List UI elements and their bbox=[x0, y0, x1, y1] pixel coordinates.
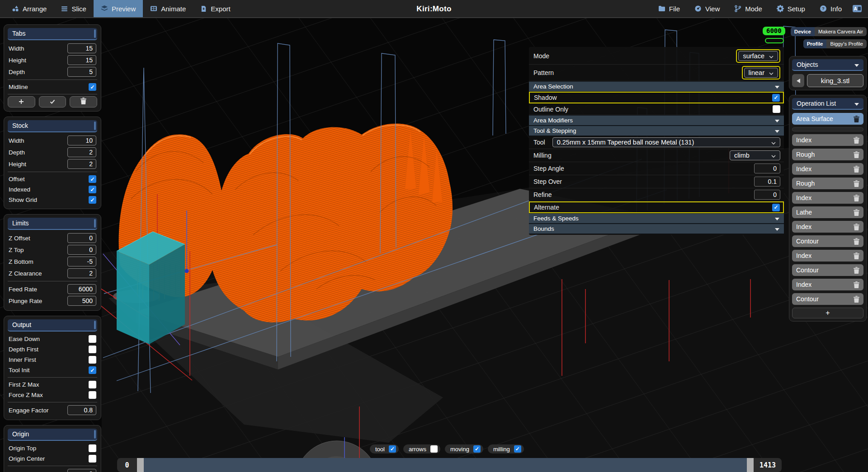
step-angle-input[interactable] bbox=[754, 164, 780, 173]
tool-init-checkbox[interactable]: ✓ bbox=[89, 366, 96, 374]
tab-export[interactable]: Export bbox=[193, 0, 237, 17]
tool-checkbox[interactable]: ✓ bbox=[389, 445, 396, 453]
operation-item-contour[interactable]: Contour bbox=[792, 293, 863, 305]
menu-setup[interactable]: Setup bbox=[769, 5, 812, 13]
z-clearance-input[interactable] bbox=[67, 268, 96, 278]
group-header-limits[interactable]: Limits bbox=[8, 218, 97, 230]
confirm-tabs-button[interactable] bbox=[39, 96, 66, 107]
operation-item-contour[interactable]: Contour bbox=[792, 264, 863, 276]
group-header-stock[interactable]: Stock bbox=[8, 120, 97, 132]
trash-icon[interactable] bbox=[854, 281, 859, 288]
translate-icon[interactable]: A bbox=[849, 5, 865, 12]
trash-icon[interactable] bbox=[854, 224, 859, 230]
row-offset: Offset✓ bbox=[8, 174, 97, 184]
menu-mode[interactable]: Mode bbox=[727, 5, 769, 13]
tab-arrange[interactable]: Arrange bbox=[5, 0, 54, 17]
add-operation-button[interactable]: + bbox=[792, 308, 863, 318]
timeline-left-handle[interactable] bbox=[137, 458, 144, 472]
tool-select[interactable]: 0.25mm x 15mm Tapered ball nose Metal (1… bbox=[552, 137, 780, 147]
group-header-output[interactable]: Output bbox=[8, 319, 97, 332]
menu-view[interactable]: View bbox=[687, 5, 727, 13]
outline-only-checkbox[interactable] bbox=[773, 105, 780, 113]
section-bounds[interactable]: Bounds bbox=[529, 224, 784, 234]
z-bottom-input[interactable] bbox=[67, 257, 96, 266]
add-tab-button[interactable] bbox=[8, 96, 35, 107]
trash-icon[interactable] bbox=[854, 180, 859, 187]
show-grid-checkbox[interactable]: ✓ bbox=[89, 196, 96, 204]
plunge-rate-input[interactable] bbox=[67, 296, 96, 306]
tab-preview[interactable]: Preview bbox=[94, 0, 143, 17]
mode-select[interactable]: surface bbox=[738, 51, 778, 61]
depth-input[interactable] bbox=[67, 67, 96, 77]
moving-checkbox[interactable]: ✓ bbox=[473, 445, 481, 453]
section-feeds-speeds[interactable]: Feeds & Speeds bbox=[529, 213, 784, 224]
engage-factor-input[interactable] bbox=[67, 405, 96, 415]
z-top-input[interactable] bbox=[67, 245, 96, 255]
group-header-origin[interactable]: Origin bbox=[8, 429, 97, 441]
group-limits: LimitsZ OffsetZ TopZ BottomZ ClearanceFe… bbox=[4, 214, 101, 311]
operation-item-index[interactable]: Index bbox=[792, 250, 863, 262]
alternate-checkbox[interactable]: ✓ bbox=[772, 204, 780, 211]
height-input[interactable] bbox=[67, 159, 96, 169]
shadow-checkbox[interactable]: ✓ bbox=[772, 94, 780, 102]
trash-icon[interactable] bbox=[854, 252, 859, 259]
offset-x-input[interactable] bbox=[67, 469, 96, 472]
operation-item-area-surface[interactable]: Area Surface bbox=[792, 113, 863, 125]
ease-down-checkbox[interactable] bbox=[89, 335, 96, 343]
height-input[interactable] bbox=[67, 55, 96, 65]
first-z-max-checkbox[interactable] bbox=[89, 381, 96, 388]
pattern-select[interactable]: linear bbox=[744, 68, 778, 78]
inner-first-checkbox[interactable] bbox=[89, 356, 96, 364]
group-header-tabs[interactable]: Tabs bbox=[8, 28, 97, 40]
operation-item-index[interactable]: Index bbox=[792, 134, 863, 146]
trash-icon[interactable] bbox=[854, 151, 859, 158]
trash-icon[interactable] bbox=[854, 166, 859, 173]
section-area-modifiers[interactable]: Area Modifiers bbox=[529, 115, 784, 126]
section-tool-stepping[interactable]: Tool & Stepping bbox=[529, 126, 784, 136]
operation-item-rough[interactable]: Rough bbox=[792, 149, 863, 160]
objects-header[interactable]: Objects bbox=[792, 59, 863, 71]
section-area-selection[interactable]: Area Selection bbox=[529, 81, 784, 92]
depth-input[interactable] bbox=[67, 147, 96, 157]
trash-icon[interactable] bbox=[854, 267, 859, 274]
tab-animate[interactable]: Animate bbox=[143, 0, 193, 17]
feed-rate-input[interactable] bbox=[67, 284, 96, 294]
prev-object-button[interactable] bbox=[792, 74, 804, 87]
width-input[interactable] bbox=[67, 136, 96, 145]
trash-icon[interactable] bbox=[854, 137, 859, 144]
depth-first-checkbox[interactable] bbox=[89, 346, 96, 353]
timeline-right-handle[interactable] bbox=[747, 458, 754, 472]
milling-select[interactable]: climb bbox=[730, 150, 780, 160]
menu-file[interactable]: File bbox=[651, 5, 687, 13]
timeline-track[interactable] bbox=[144, 458, 747, 472]
width-input[interactable] bbox=[67, 43, 96, 53]
operation-item-index[interactable]: Index bbox=[792, 221, 863, 233]
offset-checkbox[interactable]: ✓ bbox=[89, 175, 96, 183]
midline-checkbox[interactable]: ✓ bbox=[89, 83, 96, 91]
trash-icon[interactable] bbox=[854, 116, 859, 122]
step-over-input[interactable] bbox=[754, 177, 780, 187]
operation-item-rough[interactable]: Rough bbox=[792, 178, 863, 189]
trash-icon[interactable] bbox=[854, 195, 859, 201]
origin-top-checkbox[interactable] bbox=[89, 444, 96, 452]
force-z-max-checkbox[interactable] bbox=[89, 391, 96, 399]
object-name[interactable]: king_3.stl bbox=[807, 74, 863, 87]
operation-item-lathe[interactable]: Lathe bbox=[792, 206, 863, 218]
milling-checkbox[interactable]: ✓ bbox=[514, 445, 521, 453]
operation-item-index[interactable]: Index bbox=[792, 279, 863, 290]
origin-center-checkbox[interactable] bbox=[89, 455, 96, 463]
trash-icon[interactable] bbox=[854, 209, 859, 216]
tab-slice[interactable]: Slice bbox=[54, 0, 94, 17]
menu-info[interactable]: ?Info bbox=[812, 5, 849, 13]
operation-list-header[interactable]: Operation List bbox=[792, 98, 863, 110]
z-offset-input[interactable] bbox=[67, 233, 96, 243]
arrows-checkbox[interactable] bbox=[430, 445, 438, 453]
indexed-checkbox[interactable]: ✓ bbox=[89, 186, 96, 193]
clear-tabs-button[interactable] bbox=[70, 96, 97, 107]
refine-input[interactable] bbox=[754, 190, 780, 200]
trash-icon[interactable] bbox=[854, 238, 859, 245]
operation-item-contour[interactable]: Contour bbox=[792, 235, 863, 247]
trash-icon[interactable] bbox=[854, 296, 859, 303]
operation-item-index[interactable]: Index bbox=[792, 163, 863, 175]
operation-item-index[interactable]: Index bbox=[792, 192, 863, 204]
